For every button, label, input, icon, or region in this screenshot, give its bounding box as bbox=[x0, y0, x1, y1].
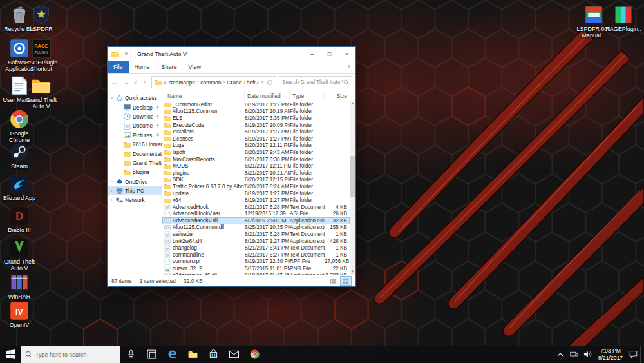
desktop-icon-grand-theft-auto-v[interactable]: Grand Theft Auto V bbox=[1, 238, 37, 272]
sidebar-item-documentation-and[interactable]: Documentation and... bbox=[108, 149, 162, 158]
title-bar[interactable]: | ∨ | Grand Theft Auto V – □ × bbox=[108, 47, 355, 61]
action-center-button[interactable] bbox=[627, 346, 640, 363]
sidebar-item-grand-theft-auto-v[interactable]: Grand Theft Auto V bbox=[108, 159, 162, 168]
breadcrumb-overflow-icon[interactable]: « bbox=[164, 79, 167, 86]
file-row-advancedhookv-asi[interactable]: AdvancedHookV.asi12/19/2015 12:39 ...ASI… bbox=[162, 211, 350, 218]
file-row-albo1125-common[interactable]: Albo1125.Common8/20/2017 10:19 AMFile fo… bbox=[162, 108, 350, 115]
column-header-date-modified[interactable]: Date modified bbox=[245, 91, 290, 101]
vertical-scrollbar[interactable]: ▲ ▼ bbox=[350, 101, 355, 275]
up-icon[interactable]: ↑ bbox=[140, 79, 149, 86]
file-row-bink2w64-dll[interactable]: bink2w64.dll8/19/2017 1:27 PMApplication… bbox=[162, 238, 350, 245]
chevron-right-icon[interactable]: › bbox=[109, 198, 114, 202]
scroll-up-icon[interactable]: ▲ bbox=[350, 101, 355, 106]
recent-locations-chevron-icon[interactable]: ∨ bbox=[133, 80, 138, 85]
back-icon[interactable]: ← bbox=[111, 79, 119, 86]
large-icons-view-button[interactable] bbox=[340, 276, 352, 286]
desktop-icon-steam[interactable]: Steam bbox=[1, 142, 37, 170]
sidebar-item-onedrive[interactable]: ›OneDrive bbox=[108, 177, 162, 186]
start-button[interactable] bbox=[0, 346, 21, 363]
address-box[interactable]: « steamapps›common›Grand Theft Auto V ∨ bbox=[151, 76, 276, 88]
file-row-commonredist[interactable]: _CommonRedist8/19/2017 1:27 PMFile folde… bbox=[162, 101, 350, 108]
cortana-mic-button[interactable] bbox=[120, 346, 141, 363]
file-row-common-rpf[interactable]: common.rpf8/19/2017 12:30 PMRPF File27,0… bbox=[162, 259, 350, 266]
column-header-type[interactable]: Type bbox=[290, 91, 325, 101]
tab-view[interactable]: View bbox=[183, 61, 207, 73]
taskbar-clock[interactable]: 7:03 PM 8/21/2017 bbox=[594, 348, 627, 361]
sidebar-item-plugins[interactable]: plugins bbox=[108, 168, 162, 177]
file-row-licenses[interactable]: Licenses8/19/2017 1:27 PMFile folder bbox=[162, 135, 350, 142]
file-row-update[interactable]: update8/19/2017 1:27 PMFile folder bbox=[162, 190, 350, 197]
chevron-right-icon[interactable]: › bbox=[109, 179, 114, 184]
desktop-icon-winrar[interactable]: WinRAR bbox=[1, 273, 37, 300]
tab-home[interactable]: Home bbox=[129, 61, 156, 73]
address-dropdown-chevron-icon[interactable]: ∨ bbox=[261, 79, 264, 86]
scroll-down-icon[interactable]: ▼ bbox=[350, 269, 355, 275]
column-header-name[interactable]: Name bbox=[162, 91, 245, 101]
desktop-icon-lspdfr[interactable]: LSPDFR bbox=[23, 5, 59, 32]
tab-file[interactable]: File bbox=[108, 61, 129, 73]
chevron-right-icon[interactable]: › bbox=[109, 189, 114, 193]
refresh-icon[interactable] bbox=[267, 79, 273, 86]
chevron-down-icon[interactable]: ∨ bbox=[109, 95, 114, 101]
column-header-size[interactable]: Size bbox=[325, 91, 350, 101]
file-row-advancedhook[interactable]: AdvancedHook8/21/2017 6:28 PMText Docume… bbox=[162, 204, 350, 211]
desktop-icon-diablo-iii[interactable]: DDiablo III bbox=[1, 206, 37, 233]
forward-icon[interactable]: → bbox=[122, 79, 130, 86]
taskbar-store-button[interactable] bbox=[203, 346, 223, 363]
file-row-traffic-policer-6-13-7-0-by-albo1125-min[interactable]: Traffic Policer 6.13.7.0 by Albo1125 - M… bbox=[162, 183, 350, 190]
desktop-icon-google-chrome[interactable]: Google Chrome bbox=[1, 110, 37, 144]
file-row-cursor-32-2[interactable]: cursor_32_25/17/2015 11:01 PMPNG File22 … bbox=[162, 265, 350, 272]
breadcrumb-item-grand-theft-auto-v[interactable]: Grand Theft Auto V bbox=[227, 79, 259, 86]
file-row-d3dcompiler-46-dll[interactable]: d3dcompiler_46.dll8/19/2017 11:17 AMAppl… bbox=[162, 272, 350, 275]
desktop-icon-rageplugin[interactable]: RAGEPlugin... bbox=[605, 5, 641, 39]
file-row-executecode[interactable]: ExecuteCode8/19/2017 10:09 PMFile folder bbox=[162, 122, 350, 129]
minimize-button[interactable]: – bbox=[303, 47, 321, 61]
desktop-icon-blizzard-app[interactable]: Blizzard App bbox=[1, 174, 37, 201]
search-input[interactable]: Search Grand Theft Auto V bbox=[279, 76, 352, 88]
desktop-icon-grand-theft-auto-v[interactable]: Grand Theft Auto V bbox=[23, 76, 59, 110]
file-row-asiloader[interactable]: asiloader8/21/2017 6:28 PMText Document1… bbox=[162, 231, 350, 238]
sidebar-item-documents[interactable]: Documents bbox=[108, 121, 162, 130]
file-row-albo1125-common-dll[interactable]: Albo1125.Common.dll6/25/2017 10:35 PMApp… bbox=[162, 224, 350, 231]
details-view-button[interactable] bbox=[327, 276, 339, 286]
desktop-icon-rageplugin-shortcut[interactable]: RAGEPLUGINRAGEPlugin Shortcut bbox=[23, 39, 59, 73]
breadcrumb-item-steamapps[interactable]: steamapps bbox=[169, 79, 195, 86]
volume-tray-button[interactable] bbox=[581, 346, 594, 363]
sidebar-item-pictures[interactable]: Pictures bbox=[108, 131, 162, 140]
sidebar-item-2016-unmarked-doc[interactable]: 2016 Unmarked Doc... bbox=[108, 140, 162, 149]
sidebar-item-desktop[interactable]: Desktop bbox=[108, 103, 162, 112]
file-row-lspdfr[interactable]: lspdfr8/20/2017 9:43 AMFile folder bbox=[162, 149, 350, 156]
close-button[interactable]: × bbox=[338, 47, 355, 61]
taskbar-search-input[interactable]: Type here to search bbox=[21, 346, 120, 363]
sidebar-item-quick-access[interactable]: ∨Quick access bbox=[108, 93, 162, 103]
breadcrumb-item-common[interactable]: common bbox=[200, 79, 221, 86]
show-desktop-button[interactable] bbox=[640, 346, 644, 363]
file-row-advancedhookv-dll[interactable]: AdvancedHookV.dll8/7/2016 3:50 PMApplica… bbox=[162, 217, 350, 224]
desktop-icon-openiv[interactable]: IVOpenIV bbox=[1, 301, 37, 328]
taskbar-chrome-button[interactable] bbox=[244, 346, 265, 363]
sidebar-item-downloads[interactable]: Downloads bbox=[108, 112, 162, 121]
file-row-x64[interactable]: x648/19/2017 1:27 PMFile folder bbox=[162, 197, 350, 204]
file-row-changelog[interactable]: changelog8/21/2017 6:41 PMText Document1… bbox=[162, 244, 350, 251]
ribbon-expand-icon[interactable]: ∧ bbox=[347, 64, 351, 70]
file-row-plugins[interactable]: plugins8/21/2017 10:21 AMFile folder bbox=[162, 170, 350, 177]
file-row-sdk[interactable]: SDK8/20/2017 12:15 PMFile folder bbox=[162, 177, 350, 184]
taskbar-file-explorer-button[interactable] bbox=[182, 346, 203, 363]
maximize-button[interactable]: □ bbox=[321, 47, 338, 61]
file-row-logs[interactable]: Logs8/20/2017 12:11 PMFile folder bbox=[162, 142, 350, 150]
file-row-mods[interactable]: MODS8/21/2017 12:11 PMFile folder bbox=[162, 162, 350, 170]
file-row-minicrashreports[interactable]: MiniCrashReports8/21/2017 3:38 PMFile fo… bbox=[162, 156, 350, 163]
file-row-commandline[interactable]: commandline8/21/2017 6:27 PMText Documen… bbox=[162, 251, 350, 259]
tab-share[interactable]: Share bbox=[156, 61, 183, 73]
task-view-button[interactable] bbox=[141, 346, 162, 363]
file-row-els[interactable]: ELS8/20/2017 3:35 PMFile folder bbox=[162, 115, 350, 122]
sidebar-item-network[interactable]: ›Network bbox=[108, 195, 162, 204]
taskbar-edge-button[interactable] bbox=[162, 346, 182, 363]
file-row-installers[interactable]: Installers8/19/2017 1:27 PMFile folder bbox=[162, 128, 350, 135]
tray-overflow-button[interactable] bbox=[554, 346, 567, 363]
taskbar-mail-button[interactable] bbox=[223, 346, 244, 363]
quick-access-toolbar-chevron-icon[interactable]: ∨ bbox=[124, 51, 128, 57]
network-tray-button[interactable] bbox=[567, 346, 581, 363]
scrollbar-thumb[interactable] bbox=[350, 156, 355, 197]
sidebar-item-this-pc[interactable]: ›This PC bbox=[108, 186, 162, 195]
